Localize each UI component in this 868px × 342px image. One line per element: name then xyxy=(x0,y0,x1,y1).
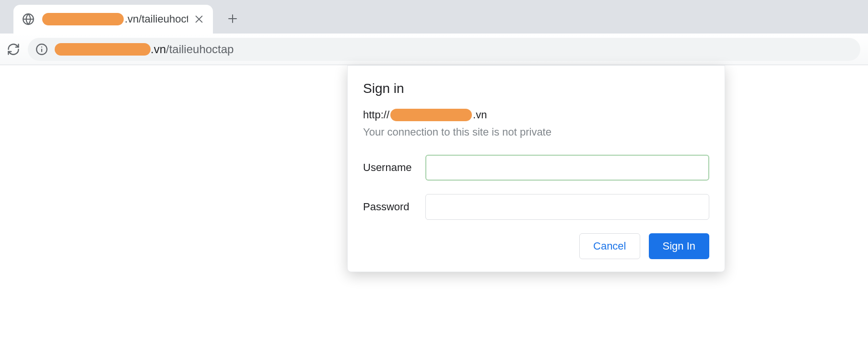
tab-title-text: .vn/tailieuhoct xyxy=(125,13,188,25)
redaction-block xyxy=(390,109,472,121)
dialog-url: http:// .vn xyxy=(363,109,709,121)
password-label: Password xyxy=(363,201,425,213)
username-input[interactable] xyxy=(425,155,709,181)
svg-point-3 xyxy=(41,46,42,47)
auth-form: Username Password xyxy=(363,155,709,220)
url-path: /tailieuhoctap xyxy=(166,43,234,56)
http-auth-dialog: Sign in http:// .vn Your connection to t… xyxy=(347,65,725,272)
dialog-url-suffix: .vn xyxy=(473,109,487,121)
browser-toolbar: .vn /tailieuhoctap xyxy=(0,34,868,65)
password-input[interactable] xyxy=(425,194,709,220)
address-bar[interactable]: .vn /tailieuhoctap xyxy=(28,38,860,61)
url-text: .vn /tailieuhoctap xyxy=(55,43,853,56)
page-content: Sign in http:// .vn Your connection to t… xyxy=(0,65,868,342)
globe-icon xyxy=(22,13,35,25)
info-icon[interactable] xyxy=(35,43,48,56)
dialog-warning: Your connection to this site is not priv… xyxy=(363,126,709,138)
dialog-url-prefix: http:// xyxy=(363,109,389,121)
username-label: Username xyxy=(363,161,425,174)
reload-button[interactable] xyxy=(0,34,27,65)
close-icon[interactable] xyxy=(194,14,204,24)
dialog-title: Sign in xyxy=(363,81,709,96)
redaction-block xyxy=(55,43,151,56)
cancel-button[interactable]: Cancel xyxy=(579,233,640,259)
browser-tab[interactable]: .vn/tailieuhoct xyxy=(13,5,213,34)
tab-title: .vn/tailieuhoct xyxy=(42,13,188,25)
browser-tab-strip: .vn/tailieuhoct xyxy=(0,0,868,34)
redaction-block xyxy=(42,13,124,25)
signin-button[interactable]: Sign In xyxy=(649,233,710,259)
new-tab-button[interactable] xyxy=(224,11,241,27)
url-tld: .vn xyxy=(151,43,166,56)
dialog-actions: Cancel Sign In xyxy=(363,233,709,259)
